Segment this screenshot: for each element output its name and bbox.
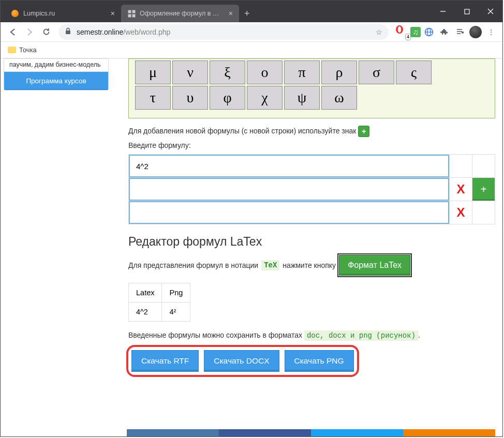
- browser-tab[interactable]: Lumpics.ru ×: [5, 5, 121, 22]
- greek-key[interactable]: υ: [172, 86, 208, 110]
- add-tab-button[interactable]: +: [239, 5, 255, 22]
- greek-key[interactable]: χ: [247, 86, 283, 110]
- sidebar-card: паучим, дадим бизнес-модель Программа ку…: [4, 58, 109, 90]
- social-fb[interactable]: [219, 429, 311, 436]
- greek-key[interactable]: ο: [247, 61, 283, 84]
- formula-input[interactable]: [129, 155, 449, 177]
- reading-list-icon[interactable]: [453, 25, 467, 39]
- url-domain: semestr.online: [77, 28, 123, 36]
- download-buttons-group: Скачать RTF Скачать DOCX Скачать PNG: [128, 347, 357, 375]
- output-header: Latex: [129, 283, 162, 303]
- bookmark-folder[interactable]: Точка: [8, 46, 37, 54]
- sidebar-button[interactable]: Программа курсов: [4, 71, 108, 90]
- greek-key[interactable]: σ: [359, 61, 394, 84]
- greek-key[interactable]: ρ: [321, 61, 357, 84]
- formats-badge: doc, docx и png (рисунок): [304, 330, 418, 341]
- extension-music-icon[interactable]: ♫: [410, 27, 421, 37]
- greek-key[interactable]: τ: [135, 86, 171, 110]
- formula-table: X + X: [128, 154, 495, 224]
- download-png-button[interactable]: Скачать PNG: [285, 350, 354, 372]
- greek-key[interactable]: π: [284, 61, 320, 84]
- format-latex-button[interactable]: Формат LaTex: [339, 255, 410, 276]
- extension-globe-icon[interactable]: [422, 25, 436, 39]
- address-bar[interactable]: semestr.online/web/word.php ☆: [58, 24, 389, 40]
- back-button[interactable]: [5, 24, 21, 40]
- reload-button[interactable]: [38, 24, 54, 40]
- svg-point-6: [398, 26, 401, 33]
- output-cell: 4^2: [129, 303, 162, 322]
- latex-post-text: нажмите кнопку: [283, 261, 336, 269]
- extension-icon[interactable]: 4: [395, 25, 409, 39]
- tab-title: Lumpics.ru: [23, 10, 106, 17]
- instruction-enter: Введите формулу:: [128, 140, 495, 151]
- favicon-grid: [127, 9, 136, 18]
- tab-title: Оформление формул в Word о: [140, 10, 224, 17]
- formula-input[interactable]: [129, 178, 449, 201]
- lock-icon: [65, 27, 71, 36]
- remove-row-button[interactable]: X: [450, 178, 472, 201]
- add-row-button[interactable]: +: [472, 178, 495, 201]
- download-docx-button[interactable]: Скачать DOCX: [204, 350, 279, 372]
- formula-input[interactable]: [129, 201, 449, 224]
- svg-rect-1: [465, 9, 469, 14]
- close-icon[interactable]: ×: [229, 9, 233, 18]
- extensions-icon[interactable]: [437, 25, 452, 39]
- save-instruction: Введенные формулы можно сохранить в форм…: [128, 331, 495, 340]
- greek-key[interactable]: ψ: [284, 86, 320, 110]
- social-vk[interactable]: [127, 429, 219, 436]
- titlebar: Lumpics.ru × Оформление формул в Word о …: [1, 1, 502, 22]
- greek-key[interactable]: φ: [210, 86, 245, 110]
- svg-rect-4: [66, 31, 70, 34]
- output-table: Latex Png 4^2 4²: [128, 283, 190, 322]
- close-window-button[interactable]: [479, 1, 502, 22]
- social-tw[interactable]: [311, 429, 403, 436]
- profile-avatar[interactable]: [468, 25, 483, 39]
- tex-badge: TeX: [261, 260, 279, 270]
- url-path: /web/word.php: [123, 28, 170, 36]
- remove-row-button[interactable]: X: [450, 201, 472, 224]
- browser-tab-active[interactable]: Оформление формул в Word о ×: [121, 5, 239, 22]
- close-icon[interactable]: ×: [111, 9, 115, 18]
- menu-button[interactable]: ⋮: [484, 25, 498, 39]
- social-ok[interactable]: [403, 429, 495, 436]
- greek-key[interactable]: ς: [396, 61, 432, 84]
- favicon-lumpics: [11, 9, 19, 18]
- sidebar-teaser: паучим, дадим бизнес-модель: [4, 59, 108, 71]
- minimize-button[interactable]: [431, 1, 455, 22]
- window-controls: [431, 1, 502, 22]
- instruction-add-line: Для добавления новой формулы (с новой ст…: [128, 126, 495, 137]
- folder-icon: [8, 47, 16, 53]
- instruction-text: Для добавления новой формулы (с новой ст…: [128, 127, 356, 135]
- greek-palette: μ ν ξ ο π ρ σ ς τ υ φ χ ψ ω: [128, 58, 495, 118]
- latex-pre-text: Для представления формул в нотации: [128, 261, 258, 269]
- bookmark-star-icon[interactable]: ☆: [376, 28, 382, 36]
- greek-key[interactable]: μ: [135, 61, 171, 84]
- forward-button[interactable]: [21, 24, 38, 40]
- output-header: Png: [162, 283, 190, 303]
- save-pre-text: Введенные формулы можно сохранить в форм…: [128, 331, 302, 339]
- output-cell: 4²: [162, 303, 190, 322]
- addressbar-row: semestr.online/web/word.php ☆ 4 ♫ ⋮: [1, 22, 502, 42]
- bookmarks-bar: Точка: [1, 42, 502, 58]
- download-rtf-button[interactable]: Скачать RTF: [131, 350, 199, 372]
- bookmark-label: Точка: [19, 46, 37, 54]
- social-share-strip: [127, 429, 495, 436]
- greek-key[interactable]: ν: [172, 61, 208, 84]
- maximize-button[interactable]: [455, 1, 479, 22]
- greek-key[interactable]: ω: [321, 86, 357, 110]
- latex-heading: Редактор формул LaTex: [128, 235, 495, 249]
- toolbar-icons: 4 ♫ ⋮: [395, 25, 498, 39]
- greek-key[interactable]: ξ: [210, 61, 245, 84]
- latex-instruction: Для представления формул в нотации TeX н…: [128, 255, 495, 276]
- plus-badge-icon: +: [358, 126, 369, 137]
